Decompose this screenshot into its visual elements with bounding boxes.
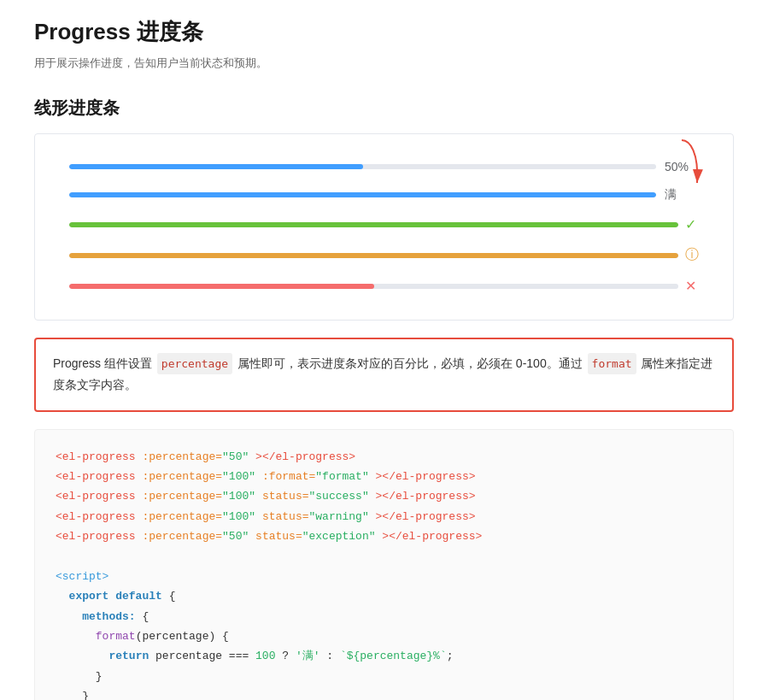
section-title-linear: 线形进度条: [34, 97, 734, 120]
code-line-script-open: <script>: [56, 567, 712, 586]
page-desc: 用于展示操作进度，告知用户当前状态和预期。: [34, 56, 734, 71]
progress-bar-fill-5: [69, 284, 374, 289]
progress-icon-warning: ⓘ: [678, 246, 699, 264]
progress-bar-fill-4: [69, 253, 678, 258]
code-line-1: <el-progress :percentage="50" ></el-prog…: [56, 447, 712, 467]
progress-bar-track-1: [69, 164, 656, 169]
code-block: <el-progress :percentage="50" ></el-prog…: [34, 429, 734, 700]
code-line-2: <el-progress :percentage="100" :format="…: [56, 467, 712, 486]
progress-bar-fill-1: [69, 164, 363, 169]
code-line-3: <el-progress :percentage="100" status="s…: [56, 486, 712, 506]
arrow-annotation: [596, 136, 707, 204]
progress-icon-exception: ✕: [678, 278, 699, 294]
progress-bar-track-3: [69, 222, 678, 227]
code-line-4: <el-progress :percentage="100" status="w…: [56, 507, 712, 526]
info-tag-percentage: percentage: [157, 353, 232, 374]
code-line-fn-close: }: [56, 667, 712, 686]
progress-row-2: 满: [69, 187, 699, 203]
progress-bar-fill-2: [69, 192, 656, 197]
progress-row-3: ✓: [69, 216, 699, 232]
progress-icon-success: ✓: [678, 216, 699, 232]
info-tag-format: format: [588, 353, 636, 374]
progress-bar-track-5: [69, 284, 678, 289]
info-box: Progress 组件设置 percentage 属性即可，表示进度条对应的百分…: [34, 338, 734, 412]
progress-row-4: ⓘ: [69, 246, 699, 264]
page-title: Progress 进度条: [34, 17, 734, 47]
progress-bar-fill-3: [69, 222, 678, 227]
code-line-5: <el-progress :percentage="50" status="ex…: [56, 526, 712, 546]
code-line-export: export default {: [56, 586, 712, 606]
code-line-format-fn: format(percentage) {: [56, 626, 712, 646]
demo-card-linear: 50% 满 ✓ ⓘ ✕: [34, 133, 734, 321]
progress-row-5: ✕: [69, 278, 699, 294]
progress-bar-track-2: [69, 192, 656, 197]
info-text-mid: 属性即可，表示进度条对应的百分比，必填，必须在 0-100。通过: [234, 356, 585, 370]
code-line-methods-close: }: [56, 686, 712, 700]
info-text-before-tag1: Progress 组件设置: [53, 356, 155, 370]
code-line-return: return percentage === 100 ? '满' : `${per…: [56, 646, 712, 666]
code-line-methods: methods: {: [56, 607, 712, 626]
progress-bar-track-4: [69, 253, 678, 258]
